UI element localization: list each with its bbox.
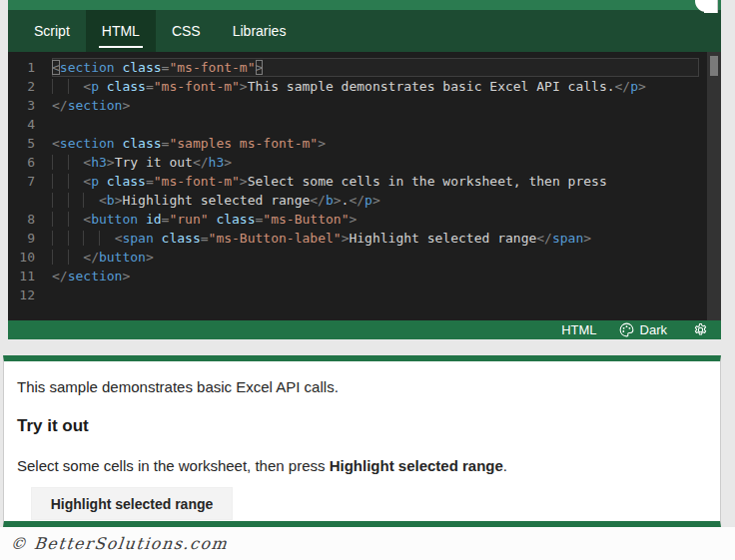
footer-strip: © BetterSolutions.com [0,527,735,560]
line-number: 10 [8,248,52,267]
line-number: 7 [8,172,52,191]
statusbar: HTML Dark [8,320,721,339]
line-number: 11 [8,267,52,285]
code-editor[interactable]: 1<section class="ms-font-m">2 <p class="… [8,52,721,320]
code-line[interactable]: 12 [8,285,721,304]
line-number [8,191,52,210]
code-lines: 1<section class="ms-font-m">2 <p class="… [8,58,721,304]
code-line-content: <p class="ms-font-m">Select some cells i… [52,172,699,191]
palette-icon [619,322,634,337]
line-number: 12 [8,285,52,304]
statusbar-theme-label: Dark [640,322,667,337]
gear-icon[interactable] [693,322,708,337]
code-line[interactable]: 11</section> [8,267,721,285]
code-line-content: <p class="ms-font-m">This sample demonst… [52,77,699,96]
preview-heading: Try it out [17,416,720,436]
instruction-prefix: Select some cells in the worksheet, then… [17,457,330,474]
tab-script-label: Script [34,23,70,39]
editor-scrollbar[interactable] [707,52,721,320]
editor-scrollbar-thumb[interactable] [710,56,718,76]
code-line[interactable]: 2 <p class="ms-font-m">This sample demon… [8,77,721,96]
line-number: 1 [8,58,52,77]
code-line[interactable]: 9 <span class="ms-Button-label">Highligh… [8,229,721,248]
tab-html[interactable]: HTML [86,10,156,52]
tab-html-label: HTML [102,23,140,39]
highlight-selected-range-button[interactable]: Highlight selected range [31,487,233,520]
line-number: 4 [8,115,52,134]
code-line[interactable]: 8 <button id="run" class="ms-Button"> [8,210,721,229]
code-line[interactable]: 7 <p class="ms-font-m">Select some cells… [8,172,721,191]
code-line[interactable]: 4 [8,115,721,134]
code-line-content [52,285,699,304]
line-number: 8 [8,210,52,229]
line-number: 6 [8,153,52,172]
code-line-content: <button id="run" class="ms-Button"> [52,210,699,229]
code-line-content: <span class="ms-Button-label">Highlight … [52,229,699,248]
code-line-content: <section class="samples ms-font-m"> [52,134,699,153]
code-line[interactable]: 6 <h3>Try it out</h3> [8,153,721,172]
code-line[interactable]: 3</section> [8,96,721,115]
statusbar-theme-toggle[interactable]: Dark [619,322,667,337]
code-line-content [52,115,699,134]
page: Script HTML CSS Libraries 1<section clas… [0,0,735,560]
code-line-content: </section> [52,96,699,115]
code-line[interactable]: 10 </button> [8,248,721,267]
line-number: 3 [8,96,52,115]
editor-tabbar: Script HTML CSS Libraries [8,10,721,52]
tab-libraries[interactable]: Libraries [217,10,303,52]
code-line-content: <b>Highlight selected range</b>.</p> [52,191,699,210]
scrollbar-corner [704,0,718,13]
tab-libraries-label: Libraries [233,23,287,39]
tab-css-label: CSS [172,23,201,39]
code-line[interactable]: <b>Highlight selected range</b>.</p> [8,191,721,210]
credit: © BetterSolutions.com [9,534,229,553]
script-lab-app: Script HTML CSS Libraries 1<section clas… [8,0,721,339]
statusbar-language[interactable]: HTML [561,322,596,337]
code-line-content: </section> [52,267,699,285]
code-line[interactable]: 5<section class="samples ms-font-m"> [8,134,721,153]
tab-css[interactable]: CSS [156,10,217,52]
code-line-content: <h3>Try it out</h3> [52,153,699,172]
preview-panel: This sample demonstrates basic Excel API… [3,355,721,527]
line-number: 2 [8,77,52,96]
code-line-content: </button> [52,248,699,267]
preview-intro: This sample demonstrates basic Excel API… [17,378,720,395]
code-line[interactable]: 1<section class="ms-font-m"> [8,58,721,77]
tab-script[interactable]: Script [18,10,86,52]
line-number: 5 [8,134,52,153]
app-header-strip [8,0,721,10]
instruction-bold: Highlight selected range [330,457,503,474]
instruction-suffix: . [503,457,507,474]
preview-instruction: Select some cells in the worksheet, then… [17,457,720,474]
line-number: 9 [8,229,52,248]
code-line-content: <section class="ms-font-m"> [52,58,699,77]
